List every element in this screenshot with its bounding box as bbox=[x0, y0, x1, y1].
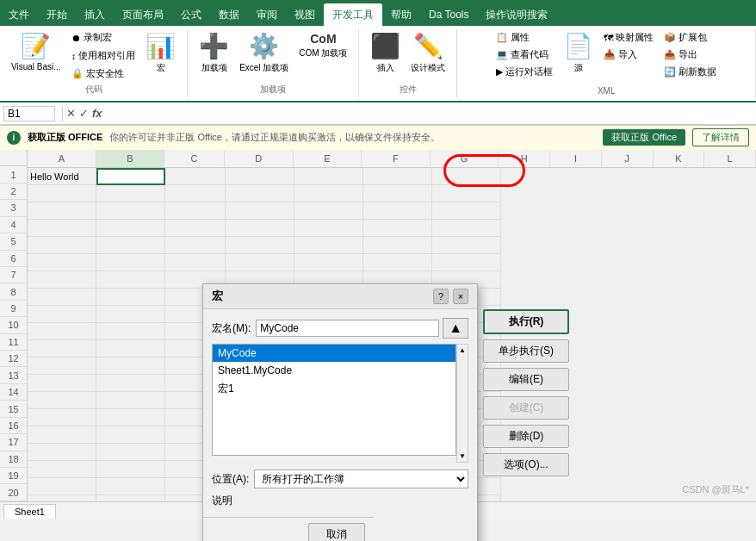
macro-security-icon: 🔒 bbox=[71, 68, 84, 79]
properties-icon: 📋 bbox=[496, 32, 508, 43]
tab-developer[interactable]: 开发工具 bbox=[324, 3, 382, 26]
refresh-button[interactable]: 🔄 刷新数据 bbox=[660, 64, 721, 80]
description-label: 说明 bbox=[212, 494, 468, 508]
expand-label: 扩展包 bbox=[679, 31, 707, 44]
tab-start[interactable]: 开始 bbox=[38, 3, 76, 26]
record-macro-button[interactable]: ⏺ 录制宏 bbox=[67, 29, 140, 46]
tab-data[interactable]: 数据 bbox=[210, 3, 248, 26]
run-button[interactable]: 执行(R) bbox=[483, 309, 569, 334]
info-bar: i 获取正版 OFFICE 你的许可证并非正版 Office，请通过正规渠道购买… bbox=[0, 126, 756, 150]
group-controls-items: ⬛ 插入 ✏️ 设计模式 bbox=[366, 29, 449, 82]
ribbon: 文件 开始 插入 页面布局 公式 数据 审阅 视图 开发工具 帮助 Da Too… bbox=[0, 0, 756, 126]
tab-insert[interactable]: 插入 bbox=[76, 3, 114, 26]
visual-basic-button[interactable]: 📝 Visual Basi... bbox=[7, 29, 65, 74]
add-label: 加载项 bbox=[201, 62, 227, 74]
add-button[interactable]: ➕ 加载项 bbox=[195, 29, 233, 77]
cell-reference[interactable] bbox=[3, 106, 55, 121]
map-prop-button[interactable]: 🗺 映射属性 bbox=[599, 29, 658, 46]
delete-button[interactable]: 删除(D) bbox=[483, 425, 569, 448]
excel-addin-icon: ⚙️ bbox=[249, 32, 279, 60]
export-label: 导出 bbox=[679, 48, 697, 61]
info-icon: i bbox=[7, 131, 21, 145]
scroll-down-icon[interactable]: ▼ bbox=[459, 452, 466, 460]
record-macro-label: 录制宏 bbox=[84, 31, 112, 44]
tab-help[interactable]: 帮助 bbox=[382, 3, 420, 26]
info-text: 你的许可证并非正版 Office，请通过正规渠道购买激活，以确保文件保持安全。 bbox=[109, 131, 596, 144]
tab-datools[interactable]: Da Tools bbox=[420, 3, 477, 26]
learn-more-button[interactable]: 了解详情 bbox=[692, 128, 749, 146]
tab-formula[interactable]: 公式 bbox=[172, 3, 210, 26]
create-button[interactable]: 创建(C) bbox=[483, 396, 569, 420]
properties-button[interactable]: 📋 属性 bbox=[492, 29, 557, 46]
export-button[interactable]: 📤 导出 bbox=[660, 47, 721, 63]
macro-dialog: 宏 ? × 宏名(M): ▲ bbox=[202, 283, 478, 541]
view-code-button[interactable]: 💻 查看代码 bbox=[492, 47, 557, 63]
map-prop-icon: 🗺 bbox=[604, 33, 613, 43]
cancel-button[interactable]: 取消 bbox=[308, 523, 365, 541]
group-xml-items: 📋 属性 💻 查看代码 ▶ 运行对话框 📄 源 bbox=[492, 29, 721, 84]
dialog-help-button[interactable]: ? bbox=[433, 289, 449, 304]
tab-review[interactable]: 审阅 bbox=[248, 3, 286, 26]
group-code-items: 📝 Visual Basi... ⏺ 录制宏 ↕ 使用相对引用 🔒 宏安全性 bbox=[7, 29, 180, 82]
dialog-close-button[interactable]: × bbox=[453, 289, 468, 304]
get-office-button[interactable]: 获取正版 Office bbox=[603, 129, 685, 146]
group-xml-label: XML bbox=[598, 84, 616, 97]
expand-icon: 📦 bbox=[664, 32, 676, 43]
location-label: 位置(A): bbox=[212, 472, 249, 487]
design-mode-button[interactable]: ✏️ 设计模式 bbox=[406, 29, 449, 77]
formula-icons: ✕ ✓ fx bbox=[66, 107, 102, 120]
macro-name-input[interactable] bbox=[256, 320, 439, 337]
macro-security-label: 宏安全性 bbox=[86, 67, 124, 80]
com-addin-button[interactable]: CoM COM 加载项 bbox=[294, 29, 351, 62]
run-dialog-icon: ▶ bbox=[496, 66, 503, 78]
import-label: 导入 bbox=[618, 48, 637, 61]
import-icon: 📥 bbox=[604, 49, 616, 60]
view-code-icon: 💻 bbox=[496, 49, 508, 60]
confirm-formula-icon[interactable]: ✓ bbox=[79, 107, 89, 120]
com-addin-icon: CoM bbox=[310, 32, 336, 46]
scroll-up-icon[interactable]: ▲ bbox=[459, 346, 466, 354]
import-button[interactable]: 📥 导入 bbox=[599, 47, 658, 63]
dialog-title-bar: 宏 ? × bbox=[203, 284, 477, 309]
info-product-label: 获取正版 OFFICE bbox=[28, 131, 102, 144]
edit-button[interactable]: 编辑(E) bbox=[483, 368, 569, 391]
fx-icon[interactable]: fx bbox=[92, 107, 102, 120]
macro-list-scrollbar[interactable]: ▲ ▼ bbox=[456, 344, 468, 463]
macro-security-button[interactable]: 🔒 宏安全性 bbox=[67, 65, 140, 82]
relative-ref-button[interactable]: ↕ 使用相对引用 bbox=[67, 47, 140, 64]
macro-name-row: 宏名(M): ▲ bbox=[212, 318, 468, 339]
group-xml: 📋 属性 💻 查看代码 ▶ 运行对话框 📄 源 bbox=[457, 29, 756, 97]
macro-list-container: MyCode Sheet1.MyCode 宏1 ▲ ▼ bbox=[212, 344, 468, 463]
tab-search[interactable]: 操作说明搜索 bbox=[477, 3, 556, 26]
expand-button[interactable]: 📦 扩展包 bbox=[660, 29, 721, 46]
record-macro-icon: ⏺ bbox=[71, 33, 81, 43]
macro-list[interactable]: MyCode Sheet1.MyCode 宏1 bbox=[212, 344, 456, 456]
run-dialog-button[interactable]: ▶ 运行对话框 bbox=[492, 64, 557, 80]
list-item[interactable]: Sheet1.MyCode bbox=[213, 362, 455, 379]
tab-view[interactable]: 视图 bbox=[286, 3, 324, 26]
export-icon: 📤 bbox=[664, 49, 676, 60]
step-button[interactable]: 单步执行(S) bbox=[483, 339, 569, 363]
insert-button[interactable]: ⬛ 插入 bbox=[366, 29, 405, 77]
run-dialog-label: 运行对话框 bbox=[505, 65, 553, 78]
excel-addin-button[interactable]: ⚙️ Excel 加载项 bbox=[235, 29, 293, 77]
dialog-title: 宏 bbox=[212, 289, 223, 304]
tab-file[interactable]: 文件 bbox=[0, 3, 38, 26]
cancel-formula-icon[interactable]: ✕ bbox=[66, 107, 76, 120]
location-row: 位置(A): 所有打开的工作簿 bbox=[212, 469, 468, 488]
com-addin-label: COM 加载项 bbox=[299, 47, 347, 59]
map-prop-label: 映射属性 bbox=[616, 31, 654, 44]
list-item[interactable]: 宏1 bbox=[213, 379, 455, 399]
formula-input[interactable] bbox=[106, 108, 753, 120]
tab-page-layout[interactable]: 页面布局 bbox=[114, 3, 172, 26]
options-button[interactable]: 选项(O)... bbox=[483, 453, 569, 476]
dialog-controls: ? × bbox=[433, 289, 468, 304]
list-item[interactable]: MyCode bbox=[213, 345, 455, 362]
view-code-label: 查看代码 bbox=[511, 48, 548, 61]
group-code: 📝 Visual Basi... ⏺ 录制宏 ↕ 使用相对引用 🔒 宏安全性 bbox=[0, 29, 188, 97]
source-button[interactable]: 📄 源 bbox=[559, 29, 598, 77]
group-controls-label: 控件 bbox=[400, 82, 417, 97]
macro-name-up-button[interactable]: ▲ bbox=[443, 318, 468, 339]
location-select[interactable]: 所有打开的工作簿 bbox=[254, 469, 468, 488]
macro-button[interactable]: 📊 宏 bbox=[141, 29, 180, 77]
